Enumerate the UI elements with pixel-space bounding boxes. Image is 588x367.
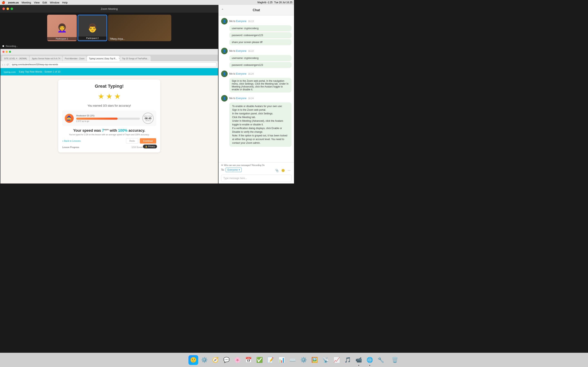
star-1: ★ bbox=[98, 92, 104, 101]
forward-nav-button[interactable]: › bbox=[4, 63, 5, 66]
xp-bar-bg bbox=[76, 118, 140, 120]
participant-label-1: Participant 1 bbox=[47, 37, 77, 40]
refresh-button[interactable]: ↺ bbox=[6, 63, 9, 66]
speed-text: Your speed was 7wpm with 100% accuracy. bbox=[62, 128, 156, 133]
stars-row: ★ ★ ★ bbox=[62, 92, 156, 101]
chat-avatar-2: 👤 bbox=[221, 48, 228, 54]
char-name: Heatwave Eli (2/5) bbox=[76, 114, 140, 117]
back-nav-button[interactable]: ‹ bbox=[2, 63, 3, 66]
chat-sender-row-3: 👤 Me to Everyone 16.24 bbox=[221, 71, 292, 77]
typing-logo: typing.com bbox=[4, 70, 16, 73]
chat-footer: 👁 Who can see your messages? Recording O… bbox=[219, 162, 294, 184]
xp-bar-fill bbox=[76, 118, 118, 120]
speed-prefix: Your speed was bbox=[73, 128, 102, 133]
chat-time-4: 16.24 bbox=[248, 97, 254, 100]
fullscreen-button[interactable] bbox=[11, 8, 13, 10]
menubar-left: 🍎 zoom.us Meeting View Edit Window Help bbox=[2, 1, 68, 4]
chat-everyone-4: Everyone bbox=[236, 97, 246, 100]
main-container: Zoom Meeting 👩‍🦱 Participant 1 👨 Partici… bbox=[0, 5, 294, 184]
result-title: Great Typing! bbox=[62, 83, 156, 89]
emoji-button[interactable]: 🙂 bbox=[281, 168, 285, 173]
browser-minimize[interactable] bbox=[6, 51, 8, 53]
speed-with: with bbox=[109, 128, 118, 133]
speed-value: 7 bbox=[102, 128, 104, 133]
browser-tabs: SITE LEVEL 4 - JADWAL Jigoku Sensei Nube… bbox=[0, 55, 218, 61]
browser-maximize[interactable] bbox=[9, 51, 11, 53]
address-bar[interactable]: typing.com/student/lesson/320/easy-top-r… bbox=[10, 62, 216, 67]
continue-button[interactable]: Continue bbox=[140, 138, 156, 143]
more-options-button[interactable]: ⋯ bbox=[287, 168, 292, 173]
chat-placeholder: Type message here... bbox=[223, 177, 247, 180]
participant-tile-2[interactable]: 👨 Participant 2 bbox=[78, 15, 107, 41]
tab-typing[interactable]: Typing Lessons | Easy Top R... ✕ bbox=[87, 56, 120, 61]
chat-sender-3: Me to Everyone bbox=[229, 72, 246, 75]
chat-avatar-3: 👤 bbox=[221, 71, 228, 77]
menu-meeting[interactable]: Meeting bbox=[22, 1, 31, 4]
daily-goal-label: DAILY GOAL bbox=[144, 115, 152, 117]
chat-sender-row-2: 👤 Me to Everyone 16.22 bbox=[221, 48, 292, 54]
chat-panel: ⌃ Chat 👤 Me to Everyone 16.13 username: … bbox=[218, 5, 294, 184]
privacy-label: Privacy bbox=[148, 145, 155, 148]
zoom-titlebar: Zoom Meeting bbox=[0, 5, 218, 13]
typing-site-header: typing.com Easy Top Row Words - Screen 1… bbox=[0, 68, 218, 75]
participants-bar: 👩‍🦱 Participant 1 👨 Participant 2 Tiffan… bbox=[0, 13, 218, 43]
accuracy-value: 100% bbox=[118, 128, 127, 133]
chat-input[interactable]: Type message here... bbox=[221, 175, 292, 182]
chevron-down-icon: ▾ bbox=[239, 168, 240, 171]
tab-typing-label: Typing Lessons | Easy Top R... bbox=[89, 58, 117, 60]
tab-typing-close[interactable]: ✕ bbox=[119, 58, 120, 59]
tab-post[interactable]: Post Attendee - Zoom bbox=[63, 56, 86, 61]
chat-messages[interactable]: 👤 Me to Everyone 16.13 username: cryptoc… bbox=[219, 16, 294, 162]
chat-message-group-4: 👤 Me to Everyone 16.24 To enable or disa… bbox=[221, 95, 292, 147]
daily-goal-time: 08:45 bbox=[145, 117, 151, 120]
lesson-title: Easy Top Row Words - Screen 1 of 10 bbox=[19, 70, 61, 73]
tab-jadwal-label: SITE LEVEL 4 - JADWAL bbox=[4, 58, 27, 60]
menu-help[interactable]: Help bbox=[62, 1, 68, 4]
menubar: 🍎 zoom.us Meeting View Edit Window Help … bbox=[0, 0, 294, 5]
chat-avatar-4: 👤 bbox=[221, 95, 228, 101]
action-buttons: « Back to Lessons Redo Continue bbox=[62, 138, 156, 143]
tab-jigoku-label: Jigoku Sensei Nube vol.9 ch.74 - bbox=[32, 58, 61, 60]
tab-jadwal[interactable]: SITE LEVEL 4 - JADWAL bbox=[2, 56, 29, 61]
chat-sender-4: Me to Everyone bbox=[229, 97, 246, 100]
progress-section: 🧙 Heatwave Eli (2/5) 2,572 xp to go DAIL… bbox=[62, 110, 156, 126]
participant-tile-1[interactable]: 👩‍🦱 Participant 1 bbox=[47, 15, 77, 41]
accuracy-message: You earned 3/3 stars for accuracy! bbox=[62, 104, 156, 107]
btn-group: Redo Continue bbox=[126, 138, 156, 143]
chat-to-value: Everyone bbox=[227, 168, 238, 171]
chat-bubble-3a: Sign in to the Zoom web portal. In the n… bbox=[229, 78, 292, 92]
privacy-button[interactable]: 🔒 Privacy bbox=[143, 145, 157, 149]
speed-sub: You've typed for 2:28 on this lesson wit… bbox=[62, 133, 156, 136]
chat-time-2: 16.22 bbox=[248, 50, 254, 52]
close-button[interactable] bbox=[2, 8, 5, 10]
chat-to-select[interactable]: Everyone ▾ bbox=[226, 167, 242, 172]
chat-collapse-button[interactable]: ⌃ bbox=[221, 8, 224, 12]
back-to-lessons-link[interactable]: « Back to Lessons bbox=[62, 140, 81, 142]
lesson-progress-bar: Lesson Progress 1/10 Screens Completed bbox=[62, 146, 156, 149]
chat-bubble-1c: share your screen please tiff bbox=[229, 39, 292, 45]
menu-edit[interactable]: Edit bbox=[43, 1, 47, 4]
tab-fatrat[interactable]: Top 20 Songs of TheFatRat... bbox=[120, 56, 151, 61]
chat-everyone-1: Everyone bbox=[236, 20, 246, 23]
browser-area: SITE LEVEL 4 - JADWAL Jigoku Sensei Nube… bbox=[0, 49, 218, 184]
minimize-button[interactable] bbox=[7, 8, 9, 10]
tab-jigoku[interactable]: Jigoku Sensei Nube vol.9 ch.74 - bbox=[30, 56, 62, 61]
tab-post-label: Post Attendee - Zoom bbox=[65, 58, 85, 60]
chat-time-3: 16.24 bbox=[248, 73, 254, 75]
browser-close[interactable] bbox=[2, 51, 4, 53]
participant-label-2: Participant 2 bbox=[78, 36, 107, 40]
chat-message-group-1: 👤 Me to Everyone 16.13 username: cryptoc… bbox=[221, 18, 292, 45]
visibility-text: Who can see your messages? Recording On bbox=[224, 164, 265, 166]
menu-view[interactable]: View bbox=[34, 1, 40, 4]
typing-content: Great Typing! ★ ★ ★ You earned 3/3 stars… bbox=[0, 75, 218, 184]
chat-to-row: To: Everyone ▾ bbox=[221, 167, 242, 172]
menu-window[interactable]: Window bbox=[50, 1, 59, 4]
tiffany-label: Tiffany Ariya... bbox=[110, 38, 125, 40]
attachment-button[interactable]: 📎 bbox=[274, 168, 279, 173]
zoom-area: Zoom Meeting 👩‍🦱 Participant 1 👨 Partici… bbox=[0, 5, 218, 184]
star-2: ★ bbox=[106, 92, 112, 101]
daily-goal: DAILY GOAL 08:45 /30:00 ● bbox=[142, 113, 154, 124]
redo-button[interactable]: Redo bbox=[126, 138, 138, 143]
tiffany-tile[interactable]: Tiffany Ariya... bbox=[108, 15, 171, 41]
apple-icon[interactable]: 🍎 bbox=[2, 1, 5, 4]
